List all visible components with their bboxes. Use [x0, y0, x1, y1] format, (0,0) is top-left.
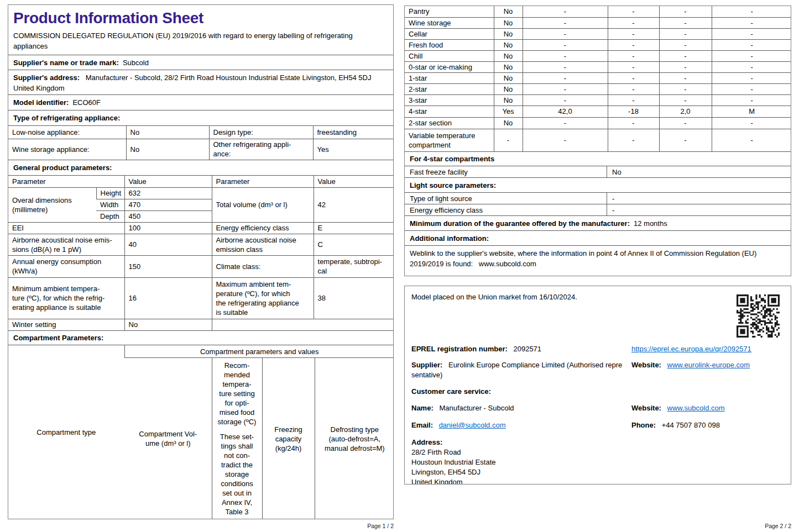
- cell: Airborne acoustical noise emission class: [212, 234, 314, 255]
- cell: -: [659, 129, 712, 151]
- cell: -: [659, 94, 712, 106]
- table-row: Winter setting No: [8, 319, 394, 330]
- light-source-type-label: Type of light source: [405, 193, 607, 204]
- cell: -: [608, 83, 659, 94]
- table-row: Variable temperature compartment - - - -…: [405, 129, 791, 151]
- cell: 42: [314, 187, 394, 222]
- cell: -: [659, 50, 712, 61]
- temp-setting-header: Recom- mended tempera- ture setting for …: [216, 361, 258, 426]
- model-identifier-row: Model identifier: ECO60F: [8, 94, 393, 110]
- market-date-text: Model placed on the Union market from 16…: [411, 292, 784, 302]
- cell: Wine storage appliance:: [8, 139, 126, 160]
- cell: No: [124, 319, 212, 330]
- cell: Design type:: [209, 126, 313, 139]
- cell: Total volume (dm³ or l): [212, 187, 314, 222]
- cell: 40: [124, 234, 212, 255]
- customer-care-heading: Customer care service:: [411, 387, 784, 397]
- model-identifier-value: ECO60F: [72, 98, 101, 107]
- cell: No: [494, 117, 523, 129]
- table-row: Airborne acoustical noise emis- sions (d…: [8, 234, 394, 255]
- cell: C: [314, 234, 394, 255]
- cell: -: [712, 28, 791, 39]
- model-identifier-label: Model identifier:: [13, 98, 69, 107]
- cell: No: [494, 6, 523, 17]
- table-row: EEI 100 Energy efficiency class E: [8, 222, 394, 234]
- supplier-label: Supplier:: [411, 361, 442, 369]
- cell: Yes: [313, 139, 394, 160]
- cell: -18: [608, 106, 659, 117]
- email-link[interactable]: daniel@subcold.com: [439, 421, 506, 429]
- cell: 16: [124, 277, 212, 319]
- cell: 632: [124, 187, 212, 199]
- cell: 450: [124, 210, 212, 222]
- cell: -: [659, 28, 712, 39]
- guarantee-row: Minimum duration of the guarantee offere…: [405, 215, 791, 230]
- cell: 2-star section: [405, 117, 494, 129]
- cell: -: [659, 72, 712, 83]
- cell: 38: [314, 277, 394, 319]
- cell: Height: [96, 187, 124, 199]
- cell: -: [523, 83, 608, 94]
- cell: Value: [124, 175, 212, 187]
- qr-code: [737, 294, 780, 338]
- name-value: Manufacturer - Subcold: [439, 404, 514, 412]
- eprel-row: EPREL registration number: 2092571 https…: [411, 344, 784, 354]
- supplier-website: Website: www.eurolink-europe.com: [631, 360, 784, 380]
- eurolink-website-link[interactable]: www.eurolink-europe.com: [667, 361, 750, 369]
- cell: -: [523, 6, 608, 17]
- phone-value: +44 7507 870 098: [662, 421, 720, 429]
- cell: -: [659, 117, 712, 129]
- table-row: Chill No - - - -: [405, 50, 791, 61]
- cell: Low-noise appliance:: [8, 126, 126, 139]
- eprel-right: https://eprel.ec.europa.eu/qr/2092571: [631, 344, 784, 354]
- section-light-source: Light source parameters:: [405, 177, 791, 192]
- cell: temperate, subtropi- cal: [314, 255, 394, 277]
- address-label: Address:: [411, 438, 784, 447]
- cell: -: [608, 94, 659, 106]
- address-block: Address: 28/2 Firth Road Houstoun Indust…: [411, 438, 784, 484]
- cell: Value: [314, 175, 394, 187]
- customer-care-row: Customer care service:: [411, 387, 784, 397]
- cell: Depth: [96, 210, 124, 222]
- cell: Chill: [405, 50, 494, 61]
- cell: -: [712, 50, 791, 61]
- cell: Yes: [494, 106, 523, 117]
- cell: Energy efficiency class: [212, 222, 314, 234]
- address-lines: 28/2 Firth Road Houstoun Industrial Esta…: [411, 447, 784, 484]
- cell: Variable temperature compartment: [405, 129, 494, 151]
- table-row: Minimum ambient tempera- ture (ºC), for …: [8, 277, 394, 319]
- care-phone: Phone: +44 7507 870 098: [631, 420, 784, 430]
- cell: -: [523, 72, 608, 83]
- table-row: Pantry No - - - -: [405, 6, 791, 17]
- page-2-footer: Page 2 / 2: [404, 523, 791, 529]
- page-1-header: Product Information Sheet COMMISSION DEL…: [8, 5, 393, 55]
- cell: -: [712, 129, 791, 151]
- cell: -: [523, 50, 608, 61]
- care-email-left: Email: daniel@subcold.com: [411, 420, 631, 430]
- cell: Compartment Vol- ume (dm³ or l): [124, 358, 212, 520]
- supplier-name-row: Supplier's name or trade mark: Subcold: [8, 55, 393, 70]
- cell: -: [712, 6, 791, 17]
- cell: 3-star: [405, 94, 494, 106]
- guarantee-value: 12 months: [634, 219, 667, 228]
- cell: M: [712, 106, 791, 117]
- cell: No: [126, 139, 209, 160]
- cell: No: [494, 83, 523, 94]
- care-website: Website: www.subcold.com: [631, 403, 784, 413]
- cell: -: [712, 72, 791, 83]
- cell: Compartment parameters and values: [124, 345, 394, 358]
- subcold-website-link[interactable]: www.subcold.com: [667, 404, 725, 412]
- care-name-row: Name: Manufacturer - Subcold Website: ww…: [411, 403, 784, 413]
- eprel-link[interactable]: https://eprel.ec.europa.eu/qr/2092571: [631, 345, 751, 353]
- name-label: Name:: [411, 404, 434, 412]
- temp-setting-note: These set- tings shall not con- tradict …: [216, 432, 258, 517]
- section-type-of-appliance: Type of refrigerating appliance:: [8, 110, 393, 125]
- cell: -: [523, 39, 608, 50]
- supplier-address-label: Supplier's address:: [13, 73, 80, 82]
- cell: Other refrigerating appli- ance:: [209, 139, 313, 160]
- supplier-address-row: Supplier's address: Manufacturer - Subco…: [8, 70, 393, 94]
- table-row: 2-star section No - - - -: [405, 117, 791, 129]
- regulation-text: COMMISSION DELEGATED REGULATION (EU) 201…: [8, 28, 393, 55]
- table-row: Wine storage No - - - -: [405, 17, 791, 28]
- cell: No: [126, 126, 209, 139]
